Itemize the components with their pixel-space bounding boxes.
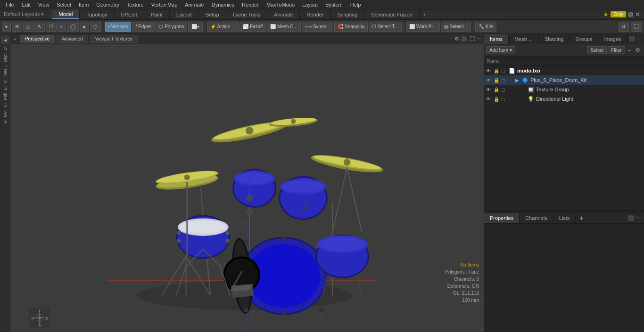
star-icon: ★ [603, 11, 609, 18]
items-toolbar: Add Item ▾ Select Filter − ⚙ [484, 44, 644, 57]
menu-select[interactable]: Select [53, 1, 75, 8]
toolbar-filled-circle[interactable]: ● [80, 22, 89, 32]
items-filter-button[interactable]: Filter [608, 46, 625, 54]
symm-button[interactable]: ⟺ Symm... [302, 22, 333, 32]
viewport-3d[interactable]: No Items Polygons : Face Channels: 0 Def… [10, 44, 484, 332]
menu-edit[interactable]: Edit [18, 1, 34, 8]
toolbar-circle[interactable]: ◯ [67, 22, 79, 32]
menu-texture[interactable]: Texture [123, 1, 148, 8]
toolbar-hex[interactable]: ⬡ [90, 22, 101, 32]
toolbar-snap[interactable]: △ [23, 22, 33, 32]
toolbar-select-arrow[interactable]: ↖ [34, 22, 45, 32]
tab-topology[interactable]: Topology [80, 9, 114, 19]
snapping-button[interactable]: 🧲 Snapping [334, 22, 368, 32]
toolbar-globe[interactable]: ⊕ [12, 22, 22, 32]
rpanel-tab-mesh[interactable]: Mesh ... [509, 34, 539, 44]
toolbar-dropdown[interactable]: ▾ [2, 22, 11, 32]
tab-gametools[interactable]: Game Tools [226, 9, 268, 19]
viewport-settings-icon[interactable]: ⚙ [454, 36, 459, 42]
menu-geometry[interactable]: Geometry [92, 1, 123, 8]
eye-icon[interactable]: 👁 [486, 78, 493, 83]
maximize-icon[interactable]: ⊠ [628, 11, 633, 18]
viewport-tab-textures[interactable]: Viewport Textures [90, 35, 138, 43]
texture-group-icon: 🔲 [528, 87, 535, 93]
menu-item[interactable]: Item [75, 1, 92, 8]
rpanel-expand-icon[interactable]: ⬛ [629, 36, 635, 41]
tab-paint[interactable]: Paint [144, 9, 170, 19]
menu-help[interactable]: Help [347, 1, 365, 8]
sidebar-toggle[interactable]: ◀ [1, 36, 9, 44]
items-select-button[interactable]: Select [587, 46, 607, 54]
viewport-tab-advanced[interactable]: Advanced [57, 35, 88, 43]
prop-expand-icon[interactable]: ⬛ [627, 215, 634, 221]
close-icon[interactable]: ✕ [635, 11, 640, 18]
svg-point-56 [177, 231, 181, 235]
edges-button[interactable]: / Edges [132, 22, 155, 32]
fullscreen-button[interactable]: ⛶ [631, 22, 642, 32]
add-item-button[interactable]: Add Item ▾ [486, 46, 515, 54]
menu-view[interactable]: View [34, 1, 53, 8]
viewport-tab-perspective[interactable]: Perspective [20, 35, 55, 43]
svg-text:-Y: -Y [38, 324, 41, 327]
eye-icon[interactable]: 👁 [486, 68, 493, 73]
expand-icon[interactable]: ▶ [515, 78, 521, 83]
menu-vertexmap[interactable]: Vertex Map [148, 1, 182, 8]
toolbar-box[interactable]: ☐ [46, 22, 57, 32]
kits-button[interactable]: 🔧 Kits [475, 22, 496, 32]
svg-point-78 [184, 175, 190, 180]
list-item[interactable]: 👁 🔒 ◻ 💡 Directional Light [484, 94, 644, 104]
sidebar-label-pol: Pol: [3, 92, 8, 101]
viewport-camera-icon[interactable]: 🎥 [461, 36, 468, 42]
eye-icon[interactable]: 👁 [486, 97, 493, 102]
menu-render[interactable]: Render [238, 1, 263, 8]
rpanel-more-icon[interactable]: ⋯ [636, 36, 641, 41]
viewport-more-icon[interactable]: ⋯ [477, 36, 482, 42]
list-item[interactable]: 👁 🔒 ◻ 📄 modo.lxo [484, 66, 644, 75]
prop-tab-lists[interactable]: Lists [553, 213, 576, 223]
prop-add-button[interactable]: + [576, 213, 587, 223]
menu-file[interactable]: File [2, 1, 18, 8]
tab-model[interactable]: Model [52, 9, 80, 19]
prop-tab-properties[interactable]: Properties [484, 213, 520, 223]
tab-render[interactable]: Render [300, 9, 330, 19]
compass: Y X -Y -X [29, 308, 50, 328]
properties-tabs-bar: Properties Channels Lists + ⬛ ⋯ [484, 213, 644, 224]
list-item[interactable]: 👁 🔒 ◻ ▶ 🔷 Plus_5_Piece_Drum_Kit [484, 75, 644, 85]
rpanel-tab-items[interactable]: Items [484, 34, 509, 44]
tab-scripting[interactable]: Scripting [331, 9, 365, 19]
selecti-button[interactable]: ▤ Selecti... [441, 22, 471, 32]
menu-layout[interactable]: Layout [298, 1, 322, 8]
action-button[interactable]: ⚡ Action ... [207, 22, 239, 32]
menu-maxtomodo[interactable]: MaxToModo [263, 1, 298, 8]
tab-setup[interactable]: Setup [199, 9, 226, 19]
mesh-c-button[interactable]: ⬜ Mesh C... [267, 22, 301, 32]
items-minus-icon[interactable]: − [626, 48, 633, 53]
prop-tab-channels[interactable]: Channels [520, 213, 553, 223]
viewport-fullscreen-icon[interactable]: ⛶ [470, 36, 475, 42]
list-item[interactable]: 👁 🔒 ◻ 🔲 Texture Group [484, 85, 644, 94]
vertices-button[interactable]: • Vertices [105, 22, 132, 32]
toolbar-filled-box[interactable]: ▪ [58, 22, 66, 32]
viewport-toggle[interactable]: ▪ [12, 36, 18, 42]
tab-schematic[interactable]: Schematic Fusion [364, 9, 419, 19]
reset-button[interactable]: ↺ [619, 22, 629, 32]
polygons-button[interactable]: ⬡ Polygons [156, 22, 187, 32]
rpanel-tab-groups[interactable]: Groups [570, 34, 598, 44]
items-settings-icon[interactable]: ⚙ [634, 47, 642, 53]
prop-more-icon[interactable]: ⋯ [636, 215, 641, 221]
menu-dynamics[interactable]: Dynamics [208, 1, 238, 8]
select-t-button[interactable]: ☐ Select T... [369, 22, 402, 32]
eye-icon[interactable]: 👁 [486, 87, 493, 92]
tab-add-button[interactable]: + [420, 11, 430, 18]
falloff-button[interactable]: 📉 Falloff [239, 22, 266, 32]
menu-system[interactable]: System [322, 1, 347, 8]
mesh-mode-button[interactable]: ⬜▾ [188, 22, 203, 32]
workpl-button[interactable]: ⬜ Work Pl... [406, 22, 440, 32]
tab-uvedit[interactable]: UVEdit [115, 9, 144, 19]
menu-animate[interactable]: Animate [181, 1, 207, 8]
layout-dropdown[interactable]: Default Layouts ▾ [0, 11, 48, 17]
tab-animate[interactable]: Animate [267, 9, 300, 19]
rpanel-tab-images[interactable]: Images [598, 34, 627, 44]
rpanel-tab-shading[interactable]: Shading [539, 34, 570, 44]
tab-layout[interactable]: Layout [170, 9, 199, 19]
